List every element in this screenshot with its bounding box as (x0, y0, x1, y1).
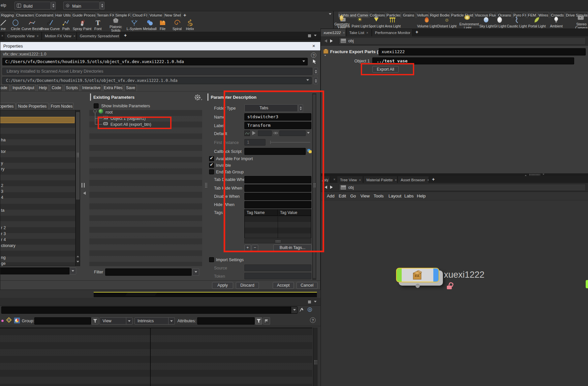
asset-path-dropdown-icon[interactable] (302, 60, 305, 63)
parameter-type-list[interactable] (0, 110, 76, 266)
list-item[interactable]: ng (1, 255, 6, 260)
shelf-tool-environment-light[interactable]: Environment Light (459, 15, 476, 29)
shelf-tab-characters[interactable]: Characters (16, 12, 34, 18)
end-tab-group-checkbox[interactable] (209, 169, 214, 174)
list-item[interactable]: ta (1, 208, 4, 213)
node-output-flag[interactable] (433, 268, 439, 282)
breadcrumb-path[interactable]: obj (348, 39, 354, 43)
default-dropdown-icon[interactable] (307, 132, 310, 135)
collapse-left-icon[interactable] (81, 192, 86, 195)
close-icon[interactable]: × (343, 31, 345, 35)
tab-take-list[interactable]: Take List × (347, 29, 372, 37)
shelf-tab-hair-utils[interactable]: Hair Utils (55, 12, 71, 18)
scroll-up-icon[interactable] (77, 254, 79, 257)
close-icon[interactable]: × (37, 34, 39, 38)
node-name-field[interactable]: xuexi1222 (379, 48, 586, 55)
help-icon[interactable]: ? (311, 53, 316, 58)
tab-obj[interactable]: /obj (321, 176, 330, 184)
close-icon[interactable]: × (359, 178, 361, 182)
shelf-tab-cloud-fx[interactable]: Cloud FX (132, 12, 147, 18)
tag-add-button[interactable]: + (244, 245, 251, 251)
node-chooser-icon[interactable] (312, 58, 318, 64)
table-scrollbar[interactable] (313, 328, 318, 386)
close-icon[interactable]: × (427, 178, 429, 182)
node-input-flag[interactable] (397, 268, 402, 282)
list-item[interactable]: ha (1, 138, 6, 142)
tags-resize-handle[interactable] (244, 239, 311, 243)
label-field[interactable]: Transform (244, 122, 311, 129)
builtin-tags-button[interactable]: Built-in Tags... (273, 244, 312, 251)
list-item[interactable]: ge (1, 261, 6, 266)
shelf-tool-distant-light[interactable]: ☼Distant Light (436, 17, 457, 28)
list-scrollbar[interactable] (76, 110, 80, 266)
close-icon[interactable]: × (74, 34, 76, 38)
folder-type-spinner[interactable] (298, 104, 303, 112)
tab-properties-partial[interactable]: operties (0, 103, 15, 109)
library-path-combo[interactable]: C:/Users/vfx/Documents/houdini19.5/otls/… (2, 77, 312, 84)
shelf-tool-platonic-solids[interactable]: Platonic Solids (108, 17, 124, 32)
shelf-tool-font[interactable]: TFont (87, 19, 108, 31)
shelf-tab-rigging[interactable]: Rigging (0, 12, 15, 18)
tree-item-export-all[interactable]: Export All (export_btn) (110, 122, 151, 127)
group-field[interactable] (34, 317, 91, 325)
splitter-up-icon[interactable] (525, 174, 527, 176)
shelf-tool-stereo-camera[interactable]: Stereo Camera (573, 15, 588, 29)
folder-type-select[interactable]: Tabs (244, 104, 298, 112)
list-item[interactable]: tor (1, 149, 6, 154)
shelf-tool-area-light[interactable]: Area Light (382, 17, 403, 28)
list-item[interactable]: r 3 (1, 231, 6, 236)
close-icon[interactable]: × (395, 178, 397, 182)
list-item[interactable]: r 2 (1, 226, 6, 230)
network-breadcrumb[interactable]: obj (339, 184, 586, 191)
shelf-tab-new-shelf[interactable]: New Shelf (164, 12, 181, 18)
list-item[interactable]: y (1, 161, 3, 165)
spreadsheet-table[interactable] (0, 328, 312, 386)
library-path-spinner[interactable] (314, 77, 318, 84)
tab-disable-when-field[interactable] (244, 176, 311, 183)
menu-help[interactable]: Help (417, 193, 426, 198)
shelf-tool-geometry-light[interactable]: Geometry Light (334, 15, 350, 29)
asset-menu-icon[interactable] (324, 55, 326, 57)
apply-button[interactable]: Apply (212, 282, 233, 289)
dot-toggle-icon[interactable] (1, 320, 4, 322)
asset-path-field[interactable]: C:/Users/vfx/Documents/houdini19.5/otls/… (2, 58, 308, 65)
hide-when-field[interactable] (244, 201, 311, 208)
close-icon[interactable]: × (333, 178, 335, 181)
gear-icon[interactable] (194, 94, 201, 101)
list-item[interactable]: 4 (1, 195, 3, 200)
accept-button[interactable]: Accept (273, 282, 294, 289)
list-bottom-combo-button[interactable] (70, 267, 76, 274)
tags-table[interactable]: Tag Name Tag Value (244, 209, 311, 238)
tab-scripts[interactable]: Scripts (64, 84, 79, 91)
scene-spinner[interactable] (100, 2, 105, 10)
pane-tab-motion-fx-view[interactable]: Motion FX View × (42, 32, 77, 40)
scene-selector[interactable]: Main (63, 2, 100, 10)
tab-xuexi1222[interactable]: xuexi1222 × (321, 29, 346, 37)
tag-value-header[interactable]: Tag Value (278, 210, 311, 216)
shelf-tool-volume-light[interactable]: Volume Light (417, 17, 438, 28)
menu-edit[interactable]: Edit (339, 193, 346, 198)
cancel-button[interactable]: Cancel (296, 282, 318, 289)
splitter-handle-icon[interactable] (81, 183, 85, 188)
export-all-button[interactable]: Export All (372, 66, 399, 73)
nav-back-icon[interactable] (323, 39, 327, 43)
node-output-connector[interactable] (416, 284, 420, 288)
shelf-add-tab-button[interactable]: + (183, 12, 186, 18)
shelf-tab-guide-process[interactable]: Guide Process (72, 12, 96, 18)
node-label[interactable]: xuexi1222 (444, 270, 484, 280)
python-icon[interactable] (307, 149, 312, 154)
description-scrollbar[interactable] (312, 93, 316, 280)
show-invisible-checkbox[interactable] (94, 103, 99, 108)
tree-item-root[interactable]: root (106, 110, 113, 115)
right-pane-splitter[interactable] (321, 173, 588, 176)
menu-layout[interactable]: Layout (388, 193, 401, 198)
available-for-import-checkbox[interactable]: ✔ (209, 156, 214, 161)
tag-remove-button[interactable]: − (252, 245, 258, 251)
list-item[interactable]: ctionary (1, 243, 15, 248)
tab-help[interactable]: Help (37, 84, 48, 91)
menu-view[interactable]: View (360, 193, 370, 198)
library-note-spinner[interactable] (314, 68, 318, 75)
list-item[interactable]: 3 (1, 189, 3, 194)
nav-back-icon[interactable] (323, 186, 327, 189)
flag-button[interactable] (263, 317, 270, 325)
